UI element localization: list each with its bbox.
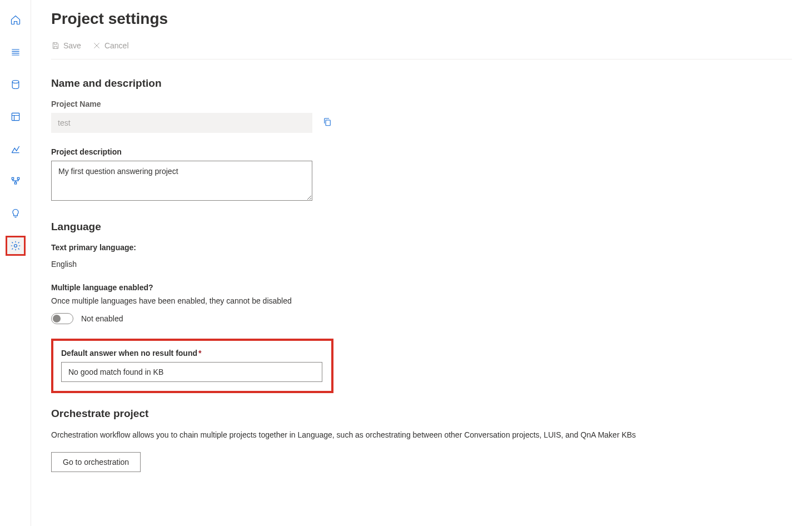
nav-deploy[interactable] <box>6 139 26 159</box>
save-button[interactable]: Save <box>51 41 81 50</box>
close-icon <box>92 41 101 50</box>
copy-name-button[interactable] <box>322 117 332 129</box>
sidebar <box>0 0 31 526</box>
save-label: Save <box>63 41 81 50</box>
required-mark: * <box>198 349 201 358</box>
multi-lang-toggle-label: Not enabled <box>81 314 123 323</box>
section-orchestrate: Orchestrate project <box>51 408 792 420</box>
cancel-button[interactable]: Cancel <box>92 41 129 50</box>
nav-network[interactable] <box>6 171 26 191</box>
default-answer-highlight: Default answer when no result found* <box>51 339 333 393</box>
page-title: Project settings <box>51 10 792 28</box>
library-icon <box>10 111 21 122</box>
copy-icon <box>322 117 332 127</box>
project-name-label: Project Name <box>51 100 792 108</box>
primary-language-value: English <box>51 260 792 269</box>
nav-idea[interactable] <box>6 204 26 224</box>
multi-lang-label: Multiple language enabled? <box>51 283 792 292</box>
svg-point-0 <box>12 81 19 83</box>
list-icon <box>10 47 21 58</box>
svg-rect-1 <box>12 113 19 120</box>
idea-icon <box>10 208 21 219</box>
gear-icon <box>10 240 21 251</box>
project-name-field: test <box>51 113 312 133</box>
primary-language-label: Text primary language: <box>51 243 792 252</box>
toggle-knob <box>53 315 61 322</box>
nav-home[interactable] <box>6 10 26 30</box>
nav-list[interactable] <box>6 42 26 62</box>
main-content: Project settings Save Cancel Name and de… <box>31 0 812 526</box>
orchestrate-desc: Orchestration workflow allows you to cha… <box>51 430 774 441</box>
toolbar: Save Cancel <box>51 41 792 59</box>
multi-lang-hint: Once multiple languages have been enable… <box>51 296 792 305</box>
multi-lang-toggle[interactable] <box>51 313 73 324</box>
go-to-orchestration-button[interactable]: Go to orchestration <box>51 452 141 472</box>
default-answer-label: Default answer when no result found* <box>61 349 323 358</box>
default-answer-field[interactable] <box>61 362 322 382</box>
svg-rect-3 <box>17 177 19 179</box>
project-desc-label: Project description <box>51 147 792 156</box>
database-icon <box>10 79 21 90</box>
svg-point-5 <box>14 245 17 247</box>
network-icon <box>10 176 21 187</box>
cancel-label: Cancel <box>104 41 129 50</box>
svg-rect-2 <box>12 177 13 179</box>
section-language: Language <box>51 221 792 233</box>
section-name-desc: Name and description <box>51 77 792 90</box>
nav-library[interactable] <box>6 107 26 127</box>
project-desc-field[interactable] <box>51 161 312 201</box>
nav-settings[interactable] <box>6 236 26 256</box>
svg-rect-6 <box>326 120 330 126</box>
save-icon <box>51 41 60 50</box>
project-name-value: test <box>58 118 71 127</box>
nav-database[interactable] <box>6 75 26 95</box>
home-icon <box>10 14 21 26</box>
svg-rect-4 <box>14 182 16 184</box>
deploy-icon <box>10 143 21 155</box>
